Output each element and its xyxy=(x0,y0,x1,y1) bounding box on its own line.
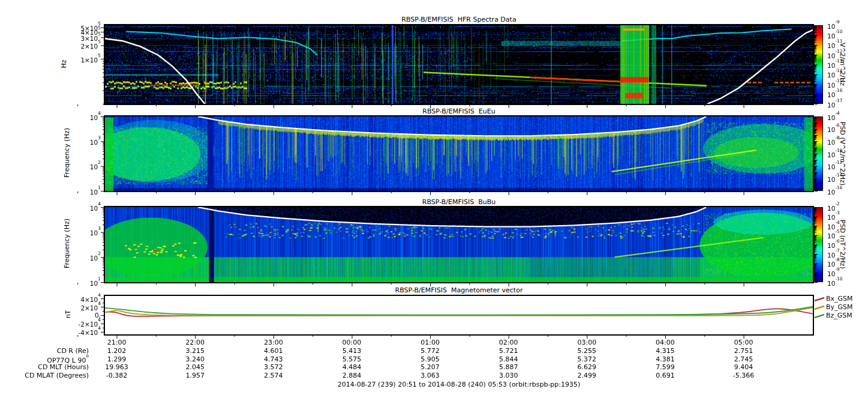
ephemeris-row-label: CD MLAT (Degrees) xyxy=(25,372,89,379)
panel-title-eueu: RBSP-B/EMFISIS EuEu xyxy=(422,107,495,115)
figure: RBSP-B/EMFISIS HFR Spectra Data RBSP-B/E… xyxy=(0,0,868,395)
y-axis-label-eueu: Frequency (Hz) xyxy=(63,108,71,198)
cb-tick-label-eueu: 10-10 xyxy=(827,150,843,158)
ephemeris-value: 5.844 xyxy=(488,355,530,363)
x-tick-label: 05:00 xyxy=(723,339,765,346)
cb-tick-label-eueu: 10-12 xyxy=(827,162,843,170)
cb-tick-label-eueu: 10-14 xyxy=(827,175,843,183)
ephemeris-row-label: OP77Q L 90o xyxy=(47,355,89,364)
y-axis-label-hfr: Hz xyxy=(60,19,68,109)
spectrogram-hfr xyxy=(105,25,813,104)
cb-tick-label-hfr: 10-11 xyxy=(827,41,843,49)
ephemeris-value: 5.575 xyxy=(331,355,373,363)
y-tick-label-bubu: 101 xyxy=(90,279,101,287)
panel-title-mag: RBSP-B/EMFISIS Magnetometer vector xyxy=(395,286,523,294)
legend-label-Bz_GSM: Bz_GSM xyxy=(826,312,852,319)
cb-tick-label-hfr: 10-17 xyxy=(827,100,843,109)
y-tick-label-bubu: 103 xyxy=(90,228,101,237)
ephemeris-value: 2.751 xyxy=(723,347,765,355)
ephemeris-value: 3.063 xyxy=(409,372,451,379)
ephemeris-value: 5.721 xyxy=(488,347,530,355)
ephemeris-value: 5.772 xyxy=(409,347,451,355)
x-tick-label: 03:00 xyxy=(566,339,608,346)
x-tick-label: 21:00 xyxy=(96,339,138,346)
legend-label-Bx_GSM: Bx_GSM xyxy=(826,295,853,303)
colorbar-hfr xyxy=(814,25,823,104)
ephemeris-value: 2.045 xyxy=(174,363,216,371)
cb-tick-label-eueu: 10-4 xyxy=(827,113,840,121)
y-tick-label-eueu: 103 xyxy=(90,137,101,146)
y-tick-label-eueu: 104 xyxy=(90,113,101,121)
ephemeris-value: 4.601 xyxy=(253,347,295,355)
ephemeris-row-label: CD R (Re) xyxy=(57,347,89,355)
ephemeris-value: -5.366 xyxy=(723,372,765,379)
ephemeris-value: 4.743 xyxy=(253,355,295,363)
ephemeris-row-label: CD MLT (Hours) xyxy=(38,363,89,371)
ephemeris-value: 3.030 xyxy=(488,372,530,379)
ephemeris-value: 1.957 xyxy=(174,372,216,379)
y-tick-label-bubu: 104 xyxy=(90,204,101,212)
x-tick-label: 23:00 xyxy=(253,339,295,346)
spectrogram-bubu xyxy=(105,207,813,282)
legend-label-By_GSM: By_GSM xyxy=(826,303,853,311)
panel-title-hfr: RBSP-B/EMFISIS HFR Spectra Data xyxy=(401,16,516,23)
y-tick-label-hfr: 2×105 xyxy=(80,41,101,50)
line-plot-magnetometer xyxy=(105,296,813,334)
y-tick-label-mag: -4×104 xyxy=(79,328,101,336)
cb-tick-label-eueu: 10-6 xyxy=(827,125,840,133)
ephemeris-value: 19.963 xyxy=(96,363,138,371)
y-tick-label-bubu: 102 xyxy=(90,253,101,262)
x-tick-label: 00:00 xyxy=(331,339,373,346)
x-tick-label: 22:00 xyxy=(174,339,216,346)
y-tick-label-hfr: 1×105 xyxy=(80,55,101,64)
ephemeris-value: 2.884 xyxy=(331,372,373,379)
time-range-caption: 2014-08-27 (239) 20:51 to 2014-08-28 (24… xyxy=(338,381,581,388)
ephemeris-value: 0.691 xyxy=(644,372,686,379)
ephemeris-value: 3.215 xyxy=(174,347,216,355)
ephemeris-value: 1.299 xyxy=(96,355,138,363)
cb-tick-label-hfr: 10-14 xyxy=(827,70,843,79)
cb-tick-label-eueu: 10-8 xyxy=(827,137,840,146)
x-tick-label: 01:00 xyxy=(409,339,451,346)
x-tick-label: 04:00 xyxy=(644,339,686,346)
spectrogram-eueu xyxy=(105,116,813,191)
ephemeris-value: 2.745 xyxy=(723,355,765,363)
ephemeris-value: 5.905 xyxy=(409,355,451,363)
ephemeris-value: 5.255 xyxy=(566,347,608,355)
y-axis-label-mag: nT xyxy=(64,270,72,360)
ephemeris-value: 5.887 xyxy=(488,363,530,371)
ephemeris-value: 3.240 xyxy=(174,355,216,363)
ephemeris-value: 2.574 xyxy=(253,372,295,379)
ephemeris-value: 5.207 xyxy=(409,363,451,371)
ephemeris-value: 7.599 xyxy=(644,363,686,371)
ephemeris-value: 9.404 xyxy=(723,363,765,371)
ephemeris-value: 5.372 xyxy=(566,355,608,363)
colorbar-bubu xyxy=(814,207,823,282)
cb-tick-label-hfr: 10-9 xyxy=(827,22,840,30)
y-tick-label-mag: 2×104 xyxy=(80,303,101,312)
panel-title-bubu: RBSP-B/EMFISIS BuBu xyxy=(422,198,495,206)
cb-tick-label-hfr: 10-16 xyxy=(827,90,843,98)
x-tick-label: 02:00 xyxy=(488,339,530,346)
ephemeris-value: 2.499 xyxy=(566,372,608,379)
cb-tick-label-bubu: 10-10 xyxy=(827,279,843,287)
colorbar-eueu xyxy=(814,116,823,191)
ephemeris-value: 4.484 xyxy=(331,363,373,371)
ephemeris-value: 3.572 xyxy=(253,363,295,371)
y-tick-label-eueu: 102 xyxy=(90,162,101,170)
ephemeris-value: 6.629 xyxy=(566,363,608,371)
cb-tick-label-eueu: 10-16 xyxy=(827,187,843,196)
ephemeris-value: 4.381 xyxy=(644,355,686,363)
ephemeris-value: 5.413 xyxy=(331,347,373,355)
ephemeris-value: 1.202 xyxy=(96,347,138,355)
y-tick-label-eueu: 101 xyxy=(90,187,101,196)
ephemeris-value: 4.315 xyxy=(644,347,686,355)
ephemeris-value: -0.382 xyxy=(96,372,138,379)
